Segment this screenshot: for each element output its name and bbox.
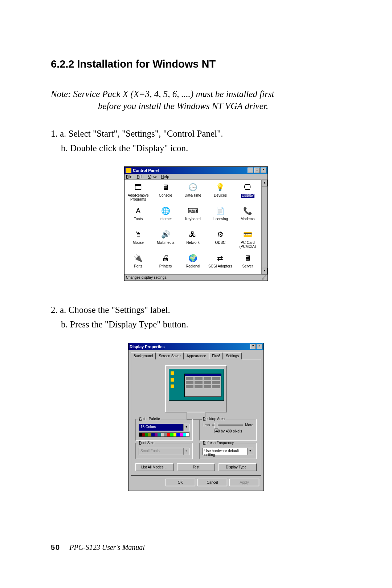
slider-less-label: Less (203, 423, 210, 427)
monitor-preview (165, 365, 227, 412)
cp-item-date-time[interactable]: 🕒Date/Time (179, 181, 207, 205)
cp-item-network[interactable]: 🖧Network (179, 229, 207, 252)
devices-icon: 💡 (215, 182, 225, 192)
preview-desktop-icon (171, 378, 174, 382)
cp-item-mouse[interactable]: 🖱Mouse (124, 229, 152, 252)
menu-file[interactable]: File (126, 174, 132, 179)
resize-grip-icon[interactable] (261, 275, 266, 280)
cp-item-licensing[interactable]: 📄Licensing (207, 205, 234, 229)
dropdown-icon[interactable]: ▼ (183, 424, 189, 431)
cp-item-label: Multimedia (157, 241, 174, 245)
odbc-icon: ⚙ (215, 229, 225, 239)
step-1: 1. a. Select "Start", "Settings", "Contr… (51, 126, 341, 156)
cp-item-label: Devices (214, 194, 227, 198)
modems-icon: 📞 (242, 206, 253, 216)
cp-item-devices[interactable]: 💡Devices (207, 181, 234, 205)
tab-appearance[interactable]: Appearance (184, 353, 209, 359)
note: Note: Service Pack X (X=3, 4, 5, 6, ....… (51, 88, 341, 112)
scrollbar[interactable]: ▲ ▼ (261, 180, 268, 274)
resolution-slider[interactable] (212, 424, 243, 426)
help-button[interactable]: ? (250, 344, 256, 349)
cp-item-add-remove-programs[interactable]: 🗔Add/Remove Programs (124, 181, 152, 205)
mouse-icon: 🖱 (133, 229, 143, 239)
cp-item-label: Regional (186, 265, 200, 269)
close-button[interactable]: × (261, 168, 266, 173)
group-refresh-frequency: Refresh Frequency Use hardware default s… (199, 443, 257, 459)
tab-plus[interactable]: Plus! (209, 353, 223, 359)
list-modes-button[interactable]: List All Modes ... (135, 463, 173, 471)
cp-item-keyboard[interactable]: ⌨Keyboard (179, 205, 207, 229)
page-footer: 50 PPC-S123 User's Manual (51, 543, 145, 552)
scroll-down-icon[interactable]: ▼ (262, 268, 268, 274)
cp-item-server[interactable]: 🖥Server (234, 252, 261, 274)
titlebar: Control Panel _ □ × (124, 167, 268, 174)
color-palette-select[interactable]: 16 Colors ▼ (139, 424, 189, 431)
close-button[interactable]: × (257, 344, 262, 349)
group-color-palette: Color Palette 16 Colors ▼ (135, 419, 193, 441)
console-icon: 🖥 (160, 182, 171, 192)
cp-item-label: Server (242, 265, 253, 269)
cp-item-ports[interactable]: 🔌Ports (124, 252, 152, 274)
maximize-button[interactable]: □ (254, 168, 260, 173)
minimize-button[interactable]: _ (248, 168, 253, 173)
cp-item-label: Modems (241, 217, 254, 221)
page-number: 50 (51, 543, 60, 551)
cp-item-label: SCSI Adapters (208, 265, 232, 269)
step1-b: b. Double click the "Display" icon. (51, 141, 341, 156)
cp-item-display[interactable]: 🖵Display (234, 181, 261, 205)
regional-icon: 🌍 (188, 253, 198, 263)
note-line1: Note: Service Pack X (X=3, 4, 5, 6, ....… (51, 89, 274, 99)
tab-screensaver[interactable]: Screen Saver (156, 353, 184, 359)
cp-item-internet[interactable]: 🌐Internet (152, 205, 179, 229)
resolution-label: 640 by 480 pixels (203, 429, 253, 433)
window-title: Control Panel (133, 168, 159, 173)
menu-help[interactable]: Help (161, 174, 169, 179)
step2-b: b. Press the "Display Type" button. (51, 317, 341, 332)
preview-desktop-icon (171, 371, 174, 375)
cp-item-printers[interactable]: 🖨Printers (152, 252, 179, 274)
display-type-button[interactable]: Display Type... (219, 463, 257, 471)
menubar: File Edit View Help (124, 174, 268, 180)
cp-item-label: Printers (159, 265, 172, 269)
control-panel-icon (126, 168, 131, 173)
dropdown-icon[interactable]: ▼ (247, 448, 253, 455)
cp-item-multimedia[interactable]: 🔊Multimedia (152, 229, 179, 252)
cp-item-scsi-adapters[interactable]: ⇄SCSI Adapters (207, 252, 234, 274)
cp-item-fonts[interactable]: AFonts (124, 205, 152, 229)
test-button[interactable]: Test (177, 463, 215, 471)
refresh-value: Use hardware default setting (203, 448, 247, 455)
tab-background[interactable]: Background (131, 353, 156, 359)
group-font-size: Font Size Small Fonts ▼ (135, 443, 193, 459)
cp-item-label: Add/Remove Programs (124, 194, 152, 201)
tabs: Background Screen Saver Appearance Plus!… (131, 352, 261, 359)
control-panel-window: Control Panel _ □ × File Edit View Help … (124, 166, 268, 281)
cp-item-regional[interactable]: 🌍Regional (179, 252, 207, 274)
cp-item-label: ODBC (215, 241, 225, 245)
menu-view[interactable]: View (148, 174, 157, 179)
cp-item-modems[interactable]: 📞Modems (234, 205, 261, 229)
licensing-icon: 📄 (215, 206, 225, 216)
slider-more-label: More (245, 423, 253, 427)
cp-item-label: Network (186, 241, 200, 245)
step2-a: 2. a. Choose the "Settings" label. (51, 305, 170, 315)
server-icon: 🖥 (242, 253, 253, 263)
cp-item-odbc[interactable]: ⚙ODBC (207, 229, 234, 252)
scsi-adapters-icon: ⇄ (215, 253, 225, 263)
cp-item-pc-card-pcmcia-[interactable]: 💳PC Card (PCMCIA) (234, 229, 261, 252)
ok-button[interactable]: OK (166, 479, 195, 486)
scroll-up-icon[interactable]: ▲ (262, 180, 268, 186)
section-heading: 6.2.2 Installation for Windows NT (51, 58, 341, 70)
step-2: 2. a. Choose the "Settings" label. b. Pr… (51, 303, 341, 332)
status-text: Changes display settings. (126, 275, 167, 280)
refresh-select[interactable]: Use hardware default setting ▼ (203, 448, 253, 455)
cp-item-console[interactable]: 🖥Console (152, 181, 179, 205)
keyboard-icon: ⌨ (188, 206, 198, 216)
fonts-icon: A (133, 206, 143, 216)
menu-edit[interactable]: Edit (137, 174, 144, 179)
cancel-button[interactable]: Cancel (197, 479, 227, 486)
cp-item-label: Licensing (213, 217, 228, 221)
tab-settings[interactable]: Settings (223, 353, 242, 359)
font-size-select: Small Fonts ▼ (139, 448, 189, 455)
apply-button[interactable]: Apply (229, 479, 259, 486)
titlebar: Display Properties ? × (128, 343, 264, 350)
